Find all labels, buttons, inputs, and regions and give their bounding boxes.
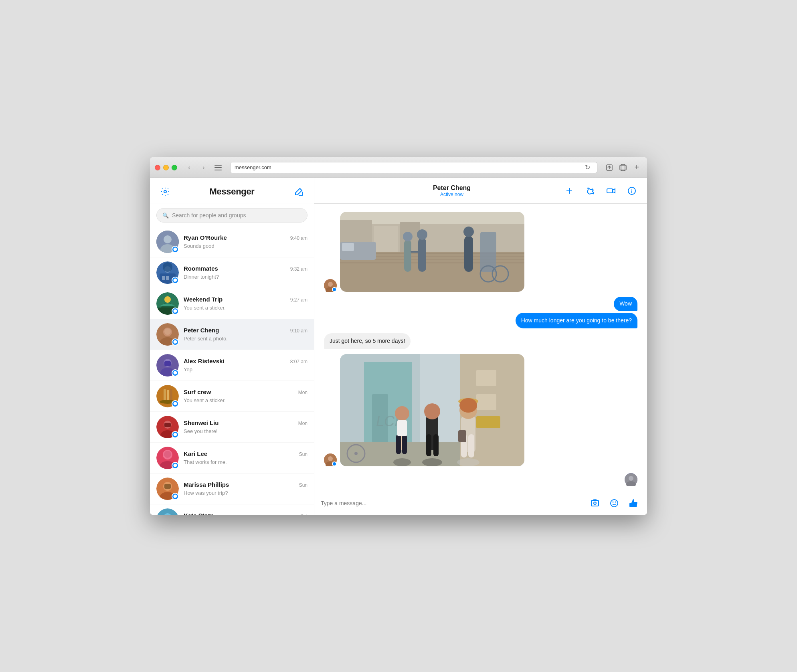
- svg-rect-89: [476, 394, 496, 410]
- messenger-badge: [172, 246, 179, 253]
- new-tab-button[interactable]: +: [631, 162, 642, 173]
- conversation-item-active[interactable]: Peter Cheng 9:10 am Peter sent a photo.: [150, 319, 314, 350]
- svg-rect-103: [433, 434, 439, 456]
- conv-name: Ryan O'Rourke: [184, 234, 227, 241]
- settings-button[interactable]: [158, 184, 172, 199]
- svg-rect-35: [164, 423, 171, 427]
- conversation-item[interactable]: Weekend Trip 9:27 am You sent a sticker.: [150, 288, 314, 319]
- fullscreen-button[interactable]: [617, 162, 629, 173]
- conversation-info: Kari Lee Sun That works for me.: [184, 450, 307, 466]
- svg-rect-26: [164, 361, 171, 366]
- conv-top: Peter Cheng 9:10 am: [184, 327, 307, 334]
- like-button[interactable]: [626, 496, 641, 510]
- svg-rect-77: [342, 243, 354, 251]
- traffic-lights: [155, 165, 177, 170]
- conversation-item[interactable]: Shenwei Liu Mon See you there!: [150, 412, 314, 443]
- svg-rect-2: [214, 170, 222, 170]
- svg-rect-112: [458, 430, 466, 442]
- chat-area: Peter Cheng Active now: [314, 178, 647, 515]
- user-avatar-area: [314, 473, 647, 491]
- add-person-button[interactable]: [562, 184, 577, 198]
- message-avatar: [324, 279, 337, 292]
- browser-window: ‹ › messenger.com ↻: [150, 157, 647, 515]
- conv-time: Mon: [298, 390, 307, 395]
- conv-top: Shenwei Liu Mon: [184, 419, 307, 426]
- conversation-info: Kate Stern Sat Want to grab drinks tonig…: [184, 512, 307, 515]
- conversation-item[interactable]: Kari Lee Sun That works for me.: [150, 443, 314, 474]
- photo-button[interactable]: [588, 496, 602, 510]
- svg-rect-0: [214, 165, 222, 166]
- avatar-container: [156, 385, 179, 407]
- refresh-button[interactable]: ↻: [582, 162, 593, 173]
- svg-rect-88: [476, 370, 496, 386]
- forward-button[interactable]: ›: [198, 162, 209, 173]
- svg-point-92: [354, 452, 358, 455]
- close-button[interactable]: [155, 165, 160, 170]
- chat-header-actions: [562, 184, 639, 198]
- conv-top: Alex Ristevski 8:07 am: [184, 358, 307, 364]
- svg-point-99: [422, 458, 442, 466]
- sidebar-toggle-button[interactable]: [212, 162, 224, 173]
- conversation-info: Roommates 9:32 am Dinner tonight?: [184, 265, 307, 280]
- conv-name: Weekend Trip: [184, 296, 223, 303]
- photo-message-2: LCI: [340, 354, 524, 466]
- messages-container[interactable]: Wow How much longer are you going to be …: [314, 204, 647, 473]
- conv-time: 9:27 am: [290, 297, 307, 303]
- minimize-button[interactable]: [163, 165, 169, 170]
- sidebar: Messenger 🔍 Search for people and groups: [150, 178, 314, 515]
- avatar-container: [156, 416, 179, 438]
- conversation-item[interactable]: Roommates 9:32 am Dinner tonight?: [150, 257, 314, 288]
- url-bar[interactable]: messenger.com ↻: [230, 162, 597, 173]
- info-button[interactable]: [625, 184, 639, 198]
- conv-name: Kari Lee: [184, 450, 207, 457]
- photo-message: [340, 212, 524, 292]
- conversation-info: Weekend Trip 9:27 am You sent a sticker.: [184, 296, 307, 311]
- conversation-item[interactable]: Alex Ristevski 8:07 am Yep: [150, 350, 314, 381]
- svg-rect-68: [418, 238, 426, 272]
- compose-button[interactable]: [291, 184, 306, 199]
- conversation-info: Alex Ristevski 8:07 am Yep: [184, 358, 307, 373]
- search-placeholder: Search for people and groups: [172, 212, 246, 219]
- messenger-badge: [332, 287, 337, 292]
- conv-top: Surf crew Mon: [184, 389, 307, 395]
- voice-call-button[interactable]: [583, 184, 597, 198]
- video-call-button[interactable]: [604, 184, 618, 198]
- svg-rect-110: [468, 434, 474, 457]
- svg-point-22: [164, 328, 171, 335]
- conversation-item[interactable]: Marissa Phillips Sun How was your trip?: [150, 474, 314, 504]
- chat-header: Peter Cheng Active now: [314, 178, 647, 204]
- message-with-avatar: LCI: [324, 354, 524, 466]
- conv-preview: How was your trip?: [184, 490, 228, 496]
- message-avatar: [324, 453, 337, 466]
- conv-name: Shenwei Liu: [184, 419, 219, 426]
- avatar-container: [156, 292, 179, 315]
- maximize-button[interactable]: [172, 165, 177, 170]
- avatar-container: [156, 508, 179, 515]
- message-bubble: Just got here, so 5 more days!: [324, 333, 411, 349]
- conversation-item[interactable]: Kate Stern Sat Want to grab drinks tonig…: [150, 504, 314, 515]
- svg-rect-14: [162, 276, 165, 280]
- search-icon: 🔍: [162, 213, 169, 219]
- svg-rect-43: [164, 484, 171, 489]
- conv-preview: Peter sent a photo.: [184, 336, 228, 342]
- conversation-item[interactable]: Ryan O'Rourke 9:40 am Sounds good: [150, 227, 314, 257]
- conv-top: Roommates 9:32 am: [184, 265, 307, 272]
- emoji-button[interactable]: [607, 496, 621, 510]
- browser-titlebar: ‹ › messenger.com ↻: [150, 157, 647, 178]
- svg-rect-59: [374, 226, 398, 256]
- svg-rect-98: [397, 420, 407, 436]
- svg-point-118: [611, 500, 618, 507]
- message-input[interactable]: [321, 500, 583, 506]
- svg-point-17: [164, 296, 171, 303]
- share-button[interactable]: [604, 162, 615, 173]
- svg-text:LCI: LCI: [376, 413, 398, 429]
- svg-point-72: [463, 227, 474, 237]
- conversation-info: Shenwei Liu Mon See you there!: [184, 419, 307, 435]
- back-button[interactable]: ‹: [184, 162, 195, 173]
- chat-contact-name: Peter Cheng: [342, 184, 562, 192]
- message-group-incoming: Just got here, so 5 more days!: [324, 333, 637, 349]
- search-bar[interactable]: 🔍 Search for people and groups: [156, 208, 307, 223]
- sidebar-title: Messenger: [209, 186, 254, 197]
- svg-rect-90: [476, 416, 500, 428]
- conversation-item[interactable]: Surf crew Mon You sent a sticker.: [150, 381, 314, 412]
